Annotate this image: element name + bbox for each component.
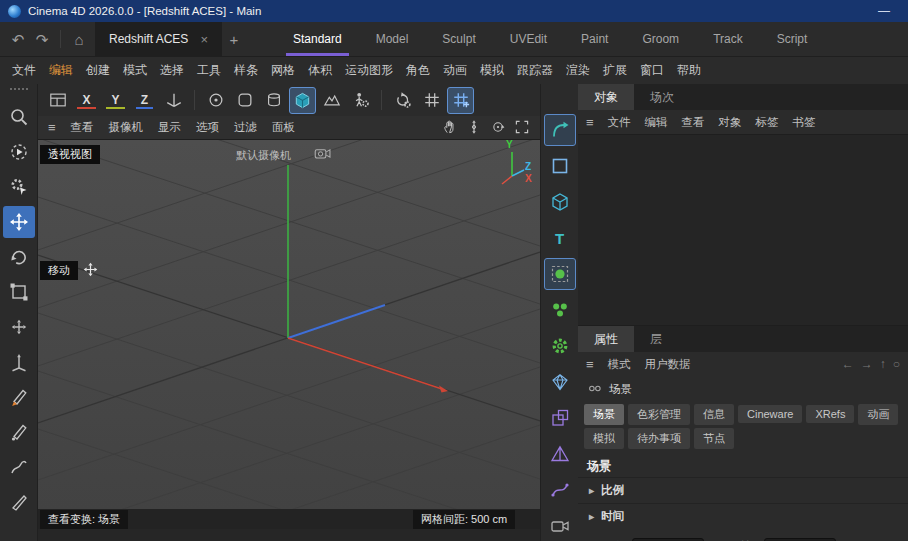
pen-tool-icon[interactable] bbox=[3, 381, 35, 413]
workspace-tab[interactable]: Redshift ACES × bbox=[95, 22, 222, 57]
menu-character[interactable]: 角色 bbox=[406, 62, 430, 79]
menu-tracker[interactable]: 跟踪器 bbox=[517, 62, 553, 79]
cluster-generator-icon[interactable] bbox=[544, 294, 576, 326]
viewport-menu-icon[interactable]: ≡ bbox=[48, 120, 56, 135]
character-rig-icon[interactable] bbox=[347, 87, 374, 114]
field-object-button[interactable] bbox=[544, 258, 576, 290]
layout-tab-track[interactable]: Track bbox=[696, 22, 760, 56]
tab-takes[interactable]: 场次 bbox=[634, 84, 690, 110]
cylinder-icon[interactable] bbox=[260, 87, 287, 114]
viewport-menu-options[interactable]: 选项 bbox=[196, 120, 219, 135]
spline-wrap-icon[interactable] bbox=[544, 474, 576, 506]
layout-tab-uvedit[interactable]: UVEdit bbox=[493, 22, 564, 56]
landscape-icon[interactable] bbox=[318, 87, 345, 114]
menu-volume[interactable]: 体积 bbox=[308, 62, 332, 79]
layout-tab-script[interactable]: Script bbox=[760, 22, 825, 56]
layout-tab-standard[interactable]: Standard bbox=[276, 22, 359, 56]
spline-sketch-icon[interactable] bbox=[3, 451, 35, 483]
menu-render[interactable]: 渲染 bbox=[566, 62, 590, 79]
group-time[interactable]: ▸ 时间 bbox=[578, 503, 908, 529]
snap-grid-icon[interactable] bbox=[418, 87, 445, 114]
history-forward-icon[interactable]: → bbox=[861, 357, 873, 371]
object-menu-bookmarks[interactable]: 书签 bbox=[793, 115, 816, 130]
viewport-menu-cameras[interactable]: 摄像机 bbox=[109, 120, 144, 135]
menu-extensions[interactable]: 扩展 bbox=[603, 62, 627, 79]
category-tab-animation[interactable]: 动画 bbox=[858, 404, 898, 425]
menu-mode[interactable]: 模式 bbox=[123, 62, 147, 79]
coordinate-system-icon[interactable] bbox=[160, 87, 187, 114]
snap-enabled-button[interactable] bbox=[447, 87, 474, 114]
menu-animate[interactable]: 动画 bbox=[443, 62, 467, 79]
menu-create[interactable]: 创建 bbox=[86, 62, 110, 79]
command-tool-icon[interactable] bbox=[3, 171, 35, 203]
object-menu-tags[interactable]: 标签 bbox=[756, 115, 779, 130]
tab-attributes[interactable]: 属性 bbox=[578, 326, 634, 352]
object-menu-file[interactable]: 文件 bbox=[608, 115, 631, 130]
layout-tab-sculpt[interactable]: Sculpt bbox=[425, 22, 492, 56]
layout-tab-paint[interactable]: Paint bbox=[564, 22, 625, 56]
rotate-tool-icon[interactable] bbox=[3, 241, 35, 273]
object-menu-object[interactable]: 对象 bbox=[719, 115, 742, 130]
menu-mesh[interactable]: 网格 bbox=[271, 62, 295, 79]
category-tab-info[interactable]: 信息 bbox=[694, 404, 734, 425]
last-tool-icon[interactable] bbox=[3, 311, 35, 343]
lock-x-axis-button[interactable]: X bbox=[73, 87, 100, 114]
menu-window[interactable]: 窗口 bbox=[640, 62, 664, 79]
camera-object-icon[interactable] bbox=[544, 510, 576, 541]
category-tab-cineware[interactable]: Cineware bbox=[738, 405, 802, 423]
cube-primitive-button[interactable] bbox=[289, 87, 316, 114]
layout-tab-model[interactable]: Model bbox=[359, 22, 426, 56]
menu-mograph[interactable]: 运动图形 bbox=[345, 62, 393, 79]
generator-gear-icon[interactable] bbox=[544, 330, 576, 362]
history-back-icon[interactable]: ← bbox=[842, 357, 854, 371]
undo-button[interactable]: ↶ bbox=[6, 32, 30, 47]
object-list[interactable] bbox=[578, 134, 908, 326]
deformer-cube-icon[interactable] bbox=[544, 402, 576, 434]
home-button[interactable]: ⌂ bbox=[67, 32, 91, 47]
object-menu-view[interactable]: 查看 bbox=[682, 115, 705, 130]
text-spline-icon[interactable]: T bbox=[544, 222, 576, 254]
lock-z-axis-button[interactable]: Z bbox=[131, 87, 158, 114]
rectangle-spline-icon[interactable] bbox=[544, 150, 576, 182]
viewport-layout-icon[interactable] bbox=[44, 87, 71, 114]
maximize-view-icon[interactable] bbox=[514, 119, 530, 137]
parent-object-icon[interactable]: ↑ bbox=[880, 357, 886, 371]
menu-spline[interactable]: 样条 bbox=[234, 62, 258, 79]
scale-tool-icon[interactable] bbox=[3, 276, 35, 308]
viewport-menu-filter[interactable]: 过滤 bbox=[234, 120, 257, 135]
redo-button[interactable]: ↷ bbox=[30, 32, 54, 47]
duration-input[interactable]: 0.5 bbox=[764, 538, 836, 541]
add-tab-button[interactable]: + bbox=[222, 32, 246, 47]
viewport-canvas[interactable]: 透视视图 默认摄像机 Y Z X 移动 bbox=[38, 140, 540, 509]
lock-circle-icon[interactable]: ○ bbox=[893, 357, 900, 371]
viewport-menu-display[interactable]: 显示 bbox=[158, 120, 181, 135]
menu-file[interactable]: 文件 bbox=[12, 62, 36, 79]
object-manager-menu-icon[interactable]: ≡ bbox=[586, 115, 594, 130]
attribute-menu-mode[interactable]: 模式 bbox=[608, 357, 631, 372]
category-tab-simulation[interactable]: 模拟 bbox=[584, 428, 624, 449]
tab-objects[interactable]: 对象 bbox=[578, 84, 634, 110]
pan-hand-icon[interactable] bbox=[442, 119, 458, 137]
menu-select[interactable]: 选择 bbox=[160, 62, 184, 79]
orbit-view-icon[interactable] bbox=[490, 119, 506, 137]
palette-grip-handle[interactable] bbox=[10, 88, 28, 96]
reset-transform-icon[interactable] bbox=[389, 87, 416, 114]
tweak-mode-icon[interactable] bbox=[3, 136, 35, 168]
fps-input[interactable]: 30 bbox=[632, 538, 704, 541]
camera-swap-icon[interactable] bbox=[314, 146, 332, 165]
menu-simulate[interactable]: 模拟 bbox=[480, 62, 504, 79]
object-menu-edit[interactable]: 编辑 bbox=[645, 115, 668, 130]
lock-y-axis-button[interactable]: Y bbox=[102, 87, 129, 114]
menu-edit[interactable]: 编辑 bbox=[49, 62, 73, 79]
axis-modification-icon[interactable] bbox=[3, 346, 35, 378]
attribute-menu-icon[interactable]: ≡ bbox=[586, 357, 594, 372]
attribute-menu-userdata[interactable]: 用户数据 bbox=[645, 357, 691, 372]
viewport-menu-panel[interactable]: 面板 bbox=[272, 120, 295, 135]
menu-help[interactable]: 帮助 bbox=[677, 62, 701, 79]
move-tool-button[interactable] bbox=[3, 206, 35, 238]
category-tab-xrefs[interactable]: XRefs bbox=[806, 405, 854, 423]
category-tab-todo[interactable]: 待办事项 bbox=[628, 428, 690, 449]
null-object-icon[interactable] bbox=[202, 87, 229, 114]
spline-pen-button[interactable] bbox=[544, 114, 576, 146]
tab-layers[interactable]: 层 bbox=[634, 326, 678, 352]
